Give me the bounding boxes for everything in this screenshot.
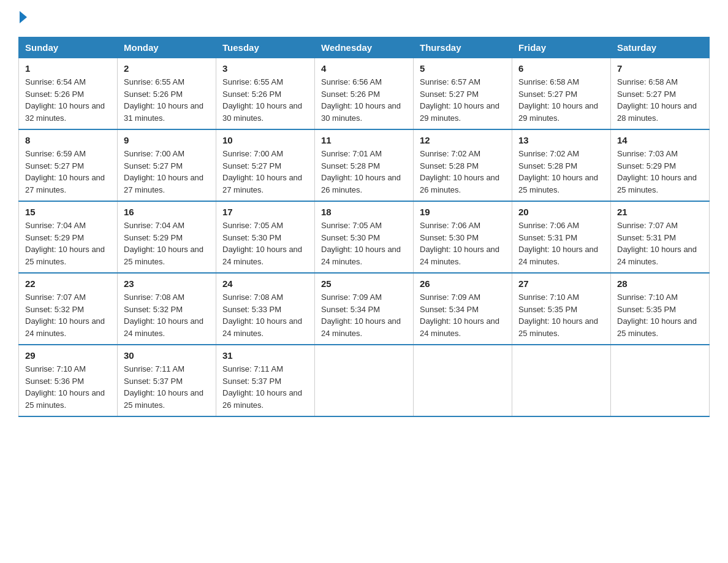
calendar-table: Sunday Monday Tuesday Wednesday Thursday…	[18, 37, 710, 417]
day-info: Sunrise: 6:59 AMSunset: 5:27 PMDaylight:…	[25, 148, 111, 196]
day-number: 17	[222, 207, 308, 217]
calendar-cell	[414, 345, 512, 416]
calendar-cell: 9 Sunrise: 7:00 AMSunset: 5:27 PMDayligh…	[118, 129, 216, 201]
day-info: Sunrise: 6:55 AMSunset: 5:26 PMDaylight:…	[124, 76, 210, 124]
day-info: Sunrise: 7:11 AMSunset: 5:37 PMDaylight:…	[222, 363, 308, 411]
col-thursday: Thursday	[414, 37, 512, 58]
calendar-week-4: 22 Sunrise: 7:07 AMSunset: 5:32 PMDaylig…	[19, 273, 710, 345]
day-info: Sunrise: 7:04 AMSunset: 5:29 PMDaylight:…	[25, 220, 111, 267]
day-info: Sunrise: 7:10 AMSunset: 5:35 PMDaylight:…	[617, 291, 703, 339]
day-number: 23	[124, 278, 210, 289]
day-info: Sunrise: 7:08 AMSunset: 5:33 PMDaylight:…	[222, 291, 308, 339]
calendar-cell: 13 Sunrise: 7:02 AMSunset: 5:28 PMDaylig…	[512, 129, 611, 201]
day-number: 18	[321, 207, 407, 217]
day-info: Sunrise: 7:06 AMSunset: 5:30 PMDaylight:…	[420, 220, 506, 267]
calendar-cell: 18 Sunrise: 7:05 AMSunset: 5:30 PMDaylig…	[315, 201, 414, 273]
calendar-cell	[512, 345, 611, 416]
day-number: 16	[124, 207, 210, 217]
calendar-cell: 20 Sunrise: 7:06 AMSunset: 5:31 PMDaylig…	[512, 201, 611, 273]
logo-arrow-icon	[20, 11, 27, 23]
day-info: Sunrise: 7:10 AMSunset: 5:36 PMDaylight:…	[25, 363, 111, 411]
day-number: 10	[222, 135, 308, 145]
day-number: 27	[518, 278, 604, 289]
day-number: 6	[518, 63, 604, 74]
day-number: 14	[617, 135, 703, 145]
calendar-cell: 10 Sunrise: 7:00 AMSunset: 5:27 PMDaylig…	[216, 129, 315, 201]
calendar-cell: 6 Sunrise: 6:58 AMSunset: 5:27 PMDayligh…	[512, 58, 611, 130]
day-info: Sunrise: 7:01 AMSunset: 5:28 PMDaylight:…	[321, 148, 407, 196]
day-number: 5	[420, 63, 506, 74]
day-number: 7	[617, 63, 703, 74]
day-number: 4	[321, 63, 407, 74]
day-info: Sunrise: 7:09 AMSunset: 5:34 PMDaylight:…	[420, 291, 506, 339]
calendar-cell: 27 Sunrise: 7:10 AMSunset: 5:35 PMDaylig…	[512, 273, 611, 345]
day-info: Sunrise: 6:58 AMSunset: 5:27 PMDaylight:…	[617, 76, 703, 124]
calendar-cell: 19 Sunrise: 7:06 AMSunset: 5:30 PMDaylig…	[414, 201, 512, 273]
calendar-cell: 14 Sunrise: 7:03 AMSunset: 5:29 PMDaylig…	[611, 129, 710, 201]
day-number: 3	[222, 63, 308, 74]
day-number: 20	[518, 207, 604, 217]
calendar-week-3: 15 Sunrise: 7:04 AMSunset: 5:29 PMDaylig…	[19, 201, 710, 273]
calendar-cell: 2 Sunrise: 6:55 AMSunset: 5:26 PMDayligh…	[118, 58, 216, 130]
calendar-cell: 11 Sunrise: 7:01 AMSunset: 5:28 PMDaylig…	[315, 129, 414, 201]
calendar-cell	[315, 345, 414, 416]
day-number: 25	[321, 278, 407, 289]
calendar-cell: 30 Sunrise: 7:11 AMSunset: 5:37 PMDaylig…	[118, 345, 216, 416]
day-info: Sunrise: 7:05 AMSunset: 5:30 PMDaylight:…	[321, 220, 407, 267]
day-info: Sunrise: 6:55 AMSunset: 5:26 PMDaylight:…	[222, 76, 308, 124]
col-monday: Monday	[118, 37, 216, 58]
calendar-cell: 25 Sunrise: 7:09 AMSunset: 5:34 PMDaylig…	[315, 273, 414, 345]
calendar-week-2: 8 Sunrise: 6:59 AMSunset: 5:27 PMDayligh…	[19, 129, 710, 201]
day-info: Sunrise: 7:11 AMSunset: 5:37 PMDaylight:…	[124, 363, 210, 411]
calendar-header: Sunday Monday Tuesday Wednesday Thursday…	[19, 37, 710, 58]
logo	[18, 12, 27, 25]
col-tuesday: Tuesday	[216, 37, 315, 58]
col-sunday: Sunday	[19, 37, 118, 58]
day-number: 11	[321, 135, 407, 145]
day-number: 12	[420, 135, 506, 145]
day-number: 13	[518, 135, 604, 145]
calendar-week-5: 29 Sunrise: 7:10 AMSunset: 5:36 PMDaylig…	[19, 345, 710, 416]
day-info: Sunrise: 7:00 AMSunset: 5:27 PMDaylight:…	[222, 148, 308, 196]
calendar-cell: 5 Sunrise: 6:57 AMSunset: 5:27 PMDayligh…	[414, 58, 512, 130]
calendar-cell: 23 Sunrise: 7:08 AMSunset: 5:32 PMDaylig…	[118, 273, 216, 345]
col-saturday: Saturday	[611, 37, 710, 58]
day-number: 9	[124, 135, 210, 145]
calendar-cell: 26 Sunrise: 7:09 AMSunset: 5:34 PMDaylig…	[414, 273, 512, 345]
calendar-cell: 1 Sunrise: 6:54 AMSunset: 5:26 PMDayligh…	[19, 58, 118, 130]
day-info: Sunrise: 7:00 AMSunset: 5:27 PMDaylight:…	[124, 148, 210, 196]
calendar-cell: 21 Sunrise: 7:07 AMSunset: 5:31 PMDaylig…	[611, 201, 710, 273]
header-row: Sunday Monday Tuesday Wednesday Thursday…	[19, 37, 710, 58]
calendar-cell: 8 Sunrise: 6:59 AMSunset: 5:27 PMDayligh…	[19, 129, 118, 201]
calendar-cell: 16 Sunrise: 7:04 AMSunset: 5:29 PMDaylig…	[118, 201, 216, 273]
day-number: 15	[25, 207, 111, 217]
day-info: Sunrise: 7:04 AMSunset: 5:29 PMDaylight:…	[124, 220, 210, 267]
day-number: 26	[420, 278, 506, 289]
day-info: Sunrise: 6:54 AMSunset: 5:26 PMDaylight:…	[25, 76, 111, 124]
day-number: 21	[617, 207, 703, 217]
day-info: Sunrise: 7:06 AMSunset: 5:31 PMDaylight:…	[518, 220, 604, 267]
day-info: Sunrise: 6:57 AMSunset: 5:27 PMDaylight:…	[420, 76, 506, 124]
calendar-cell: 4 Sunrise: 6:56 AMSunset: 5:26 PMDayligh…	[315, 58, 414, 130]
calendar-cell: 3 Sunrise: 6:55 AMSunset: 5:26 PMDayligh…	[216, 58, 315, 130]
day-info: Sunrise: 7:07 AMSunset: 5:32 PMDaylight:…	[25, 291, 111, 339]
day-info: Sunrise: 7:07 AMSunset: 5:31 PMDaylight:…	[617, 220, 703, 267]
day-number: 28	[617, 278, 703, 289]
calendar-cell	[611, 345, 710, 416]
calendar-body: 1 Sunrise: 6:54 AMSunset: 5:26 PMDayligh…	[19, 58, 710, 417]
calendar-cell: 12 Sunrise: 7:02 AMSunset: 5:28 PMDaylig…	[414, 129, 512, 201]
day-info: Sunrise: 6:58 AMSunset: 5:27 PMDaylight:…	[518, 76, 604, 124]
day-info: Sunrise: 7:02 AMSunset: 5:28 PMDaylight:…	[518, 148, 604, 196]
day-number: 19	[420, 207, 506, 217]
day-number: 1	[25, 63, 111, 74]
day-info: Sunrise: 7:09 AMSunset: 5:34 PMDaylight:…	[321, 291, 407, 339]
day-info: Sunrise: 7:05 AMSunset: 5:30 PMDaylight:…	[222, 220, 308, 267]
calendar-cell: 24 Sunrise: 7:08 AMSunset: 5:33 PMDaylig…	[216, 273, 315, 345]
day-number: 29	[25, 350, 111, 361]
day-number: 31	[222, 350, 308, 361]
calendar-cell: 31 Sunrise: 7:11 AMSunset: 5:37 PMDaylig…	[216, 345, 315, 416]
col-wednesday: Wednesday	[315, 37, 414, 58]
calendar-week-1: 1 Sunrise: 6:54 AMSunset: 5:26 PMDayligh…	[19, 58, 710, 130]
day-number: 2	[124, 63, 210, 74]
day-number: 8	[25, 135, 111, 145]
